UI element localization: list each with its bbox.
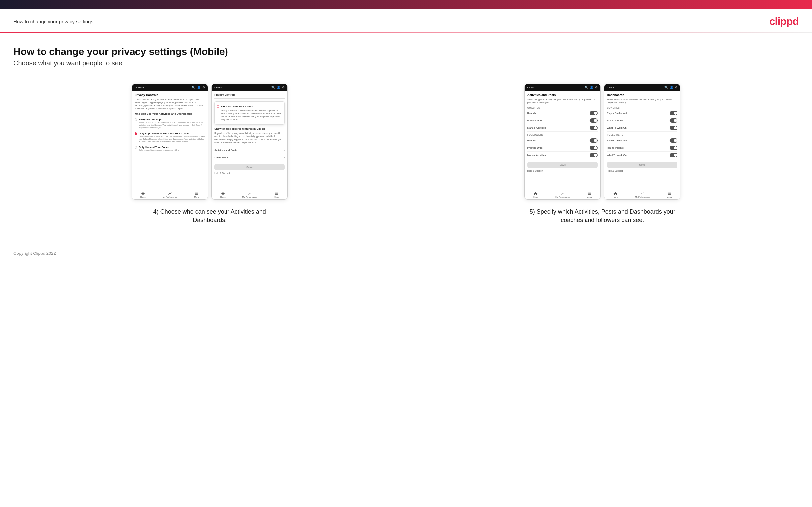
home-icon-4 <box>613 192 618 196</box>
phone-4-followers-player-label: Player Dashboard <box>607 139 627 142</box>
phone-4-coaches-round-insights-label: Round Insights <box>607 119 624 122</box>
home-icon <box>141 192 146 196</box>
phone-4-coaches-player-toggle[interactable] <box>669 111 677 115</box>
search-icon-3[interactable]: 🔍 <box>585 86 588 89</box>
phone-3-tab-menu[interactable]: Menu <box>587 192 592 198</box>
phone-4-followers-player-toggle[interactable] <box>669 138 677 143</box>
section-right: ‹ Back 🔍 👤 ⚙ Activities and Posts Select… <box>406 83 799 224</box>
phone-3-followers-manual-toggle[interactable] <box>590 153 598 157</box>
phone-2-tabs: Home My Performance Menu <box>211 190 287 200</box>
menu-activities-arrow: › <box>284 148 285 152</box>
phone-3-tab-performance[interactable]: My Performance <box>555 192 570 198</box>
phone-4-tab-menu[interactable]: Menu <box>666 192 671 198</box>
phone-3-followers-drills-toggle[interactable] <box>590 146 598 150</box>
phone-4-coaches-work-on-label: What To Work On <box>607 126 627 129</box>
search-icon[interactable]: 🔍 <box>192 86 195 89</box>
chart-icon-2 <box>247 192 252 196</box>
phone-2-tab-menu-label: Menu <box>274 196 279 198</box>
phone-3-section-text: Select the types of activity that you'd … <box>527 98 598 104</box>
phone-4-followers-round-insights-toggle[interactable] <box>669 146 677 150</box>
back-chevron-icon-4: ‹ <box>607 86 608 89</box>
header: How to change your privacy settings clip… <box>0 9 812 32</box>
menu-icon-4 <box>667 192 671 196</box>
caption-right: 5) Specify which Activities, Posts and D… <box>529 208 675 224</box>
phone-2-tab-menu[interactable]: Menu <box>274 192 279 198</box>
home-icon-2 <box>220 192 225 196</box>
phone-2: ‹ Back 🔍 👤 ⚙ Privacy Controls <box>211 83 288 200</box>
page-subheading: Choose what you want people to see <box>13 59 799 67</box>
phone-2-tab-performance[interactable]: My Performance <box>243 192 257 198</box>
phone-3-tab-home-label: Home <box>533 196 538 198</box>
menu-dashboards[interactable]: Dashboards › <box>214 154 285 161</box>
radio-option-followers[interactable]: Only Approved Followers and Your Coach O… <box>135 131 205 144</box>
phone-1-back[interactable]: ‹ < Back <box>135 86 144 89</box>
phone-3-back[interactable]: ‹ Back <box>527 86 535 89</box>
phone-3: ‹ Back 🔍 👤 ⚙ Activities and Posts Select… <box>524 83 601 200</box>
phone-3-tab-menu-label: Menu <box>587 196 592 198</box>
radio-desc-coach-only: Only you and the coaches you connect wit… <box>139 149 179 152</box>
phone-4-body: Dashboards Select the dashboards that yo… <box>604 91 680 190</box>
chart-icon <box>168 192 172 196</box>
phone-3-save[interactable]: Save <box>527 162 598 168</box>
header-divider <box>0 32 812 33</box>
phone-1-tab-menu[interactable]: Menu <box>194 192 199 198</box>
phone-4-back[interactable]: ‹ Back <box>607 86 614 89</box>
phone-2-tab-home[interactable]: Home <box>220 192 225 198</box>
user-icon-4[interactable]: 👤 <box>669 86 673 89</box>
back-chevron-icon-2: ‹ <box>214 86 215 89</box>
phone-3-coaches-manual-toggle[interactable] <box>590 126 598 130</box>
top-bar <box>0 0 812 9</box>
phone-3-coaches-rounds-toggle[interactable] <box>590 111 598 115</box>
phone-3-followers-rounds-toggle[interactable] <box>590 138 598 143</box>
phone-3-body: Activities and Posts Select the types of… <box>525 91 601 190</box>
menu-icon <box>194 192 199 196</box>
search-icon-2[interactable]: 🔍 <box>271 86 275 89</box>
radio-option-everyone[interactable]: Everyone on Clippd Everyone on Clippd ca… <box>135 117 205 130</box>
user-icon-3[interactable]: 👤 <box>590 86 594 89</box>
settings-icon-2[interactable]: ⚙ <box>282 86 285 89</box>
phone-3-coaches-drills-label: Practice Drills <box>527 119 543 122</box>
phone-3-followers-drills: Practice Drills <box>527 144 598 152</box>
phone-3-section-title: Activities and Posts <box>527 93 598 97</box>
phone-3-tab-home[interactable]: Home <box>533 192 538 198</box>
phone-2-privacy-tab[interactable]: Privacy Controls <box>214 93 236 98</box>
phone-2-section-text: Regardless of the privacy controls that … <box>214 132 285 144</box>
popup-title: Only You and Your Coach <box>221 105 282 108</box>
phone-2-tab-bar: Privacy Controls <box>214 93 285 99</box>
phone-2-nav: ‹ Back 🔍 👤 ⚙ <box>211 84 287 91</box>
phone-4-coaches-round-insights: Round Insights <box>607 117 677 124</box>
phone-4-tab-home-label: Home <box>613 196 618 198</box>
settings-icon-3[interactable]: ⚙ <box>595 86 598 89</box>
user-icon[interactable]: 👤 <box>197 86 201 89</box>
home-icon-3 <box>534 192 538 196</box>
phone-3-back-label: Back <box>529 86 535 89</box>
phone-3-nav: ‹ Back 🔍 👤 ⚙ <box>525 84 601 91</box>
menu-activities[interactable]: Activities and Posts › <box>214 147 285 154</box>
phone-3-coaches-manual: Manual Activities <box>527 124 598 132</box>
phone-4-save[interactable]: Save <box>607 162 677 168</box>
phones-pair-left: ‹ < Back 🔍 👤 ⚙ Privacy Controls Control … <box>13 83 406 200</box>
phone-4-tab-menu-label: Menu <box>666 196 671 198</box>
phone-4-coaches-player: Player Dashboard <box>607 110 677 117</box>
search-icon-4[interactable]: 🔍 <box>664 86 668 89</box>
phone-3-coaches-drills-toggle[interactable] <box>590 118 598 123</box>
settings-icon-4[interactable]: ⚙ <box>675 86 677 89</box>
user-icon-2[interactable]: 👤 <box>276 86 280 89</box>
phone-1-tab-home[interactable]: Home <box>141 192 146 198</box>
phone-4-tab-performance[interactable]: My Performance <box>635 192 650 198</box>
phone-4-followers-player: Player Dashboard <box>607 137 677 144</box>
phone-4-tabs: Home My Performance Menu <box>604 190 680 200</box>
phone-3-coaches-drills: Practice Drills <box>527 117 598 124</box>
phone-4-followers-work-on-toggle[interactable] <box>669 153 677 157</box>
section-left: ‹ < Back 🔍 👤 ⚙ Privacy Controls Control … <box>13 83 406 224</box>
phone-4-coaches-work-on-toggle[interactable] <box>669 126 677 130</box>
radio-option-coach-only[interactable]: Only You and Your Coach Only you and the… <box>135 144 205 153</box>
phone-4-coaches-round-insights-toggle[interactable] <box>669 118 677 123</box>
phone-4-tab-home[interactable]: Home <box>613 192 618 198</box>
phone-2-back[interactable]: ‹ Back <box>214 86 221 89</box>
phone-1-tab-performance[interactable]: My Performance <box>163 192 177 198</box>
settings-icon[interactable]: ⚙ <box>202 86 205 89</box>
phone-2-save[interactable]: Save <box>214 164 285 170</box>
chart-icon-3 <box>560 192 565 196</box>
phone-3-coaches-rounds-label: Rounds <box>527 112 536 115</box>
